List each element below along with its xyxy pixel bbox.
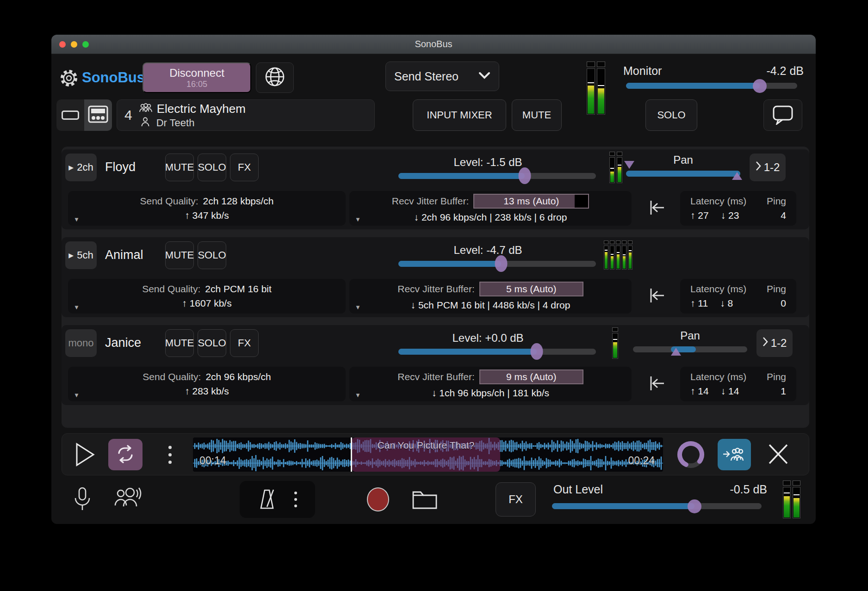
waveform[interactable]: Can You Picture That? 00:14 00:24: [193, 437, 663, 472]
fx-button[interactable]: FX: [230, 154, 259, 181]
jitter-buffer-meter[interactable]: 9 ms (Auto): [479, 369, 583, 384]
peer-row-floyd: ▶ 2ch Floyd MUTE SOLO FX Level: -1.5 dB: [62, 149, 809, 229]
mute-button[interactable]: MUTE: [165, 241, 194, 269]
level-slider-knob[interactable]: [530, 343, 543, 360]
connect-globe-button[interactable]: [256, 62, 294, 93]
send-mode-select[interactable]: Send Stereo: [385, 62, 499, 91]
route-label: 1-2: [771, 337, 787, 350]
jitter-buffer-box[interactable]: Recv Jitter Buffer: 13 ms (Auto) ↓ 2ch 9…: [349, 191, 632, 226]
out-level-slider[interactable]: [552, 503, 762, 509]
people-group-icon: [112, 505, 142, 512]
grid-view-button[interactable]: [84, 99, 112, 131]
solo-button[interactable]: SOLO: [198, 154, 226, 181]
minimize-window-button[interactable]: [71, 41, 77, 48]
pan-right-marker[interactable]: [732, 172, 742, 180]
disconnect-label: Disconnect: [169, 67, 224, 80]
group-icon: [139, 102, 153, 115]
metronome-menu-button[interactable]: [291, 491, 300, 508]
mute-self-button[interactable]: [71, 486, 94, 513]
reset-jitter-button[interactable]: [643, 373, 670, 395]
disconnect-button[interactable]: Disconnect 16:05: [143, 62, 251, 93]
reset-jitter-button[interactable]: [643, 197, 670, 219]
pan-slider[interactable]: [633, 346, 747, 352]
pan-label: Pan: [633, 329, 747, 342]
send-quality-box[interactable]: Send Quality: 2ch 96 kbps/ch ↑ 283 kb/s …: [68, 367, 346, 401]
solo-button[interactable]: SOLO: [198, 329, 226, 357]
single-row-view-button[interactable]: [56, 99, 84, 131]
chevron-right-icon: [763, 337, 768, 350]
file-gain-knob[interactable]: [676, 440, 705, 471]
expand-caret-icon[interactable]: ▼: [74, 216, 80, 223]
latency-down: ↓ 8: [720, 298, 733, 309]
destination-route-button[interactable]: 1-2: [756, 329, 793, 357]
jitter-buffer-meter[interactable]: 13 ms (Auto): [473, 194, 589, 209]
pan-slider[interactable]: [626, 171, 740, 177]
mute-button[interactable]: MUTE: [165, 154, 194, 181]
level-slider[interactable]: [398, 349, 596, 355]
output-meters: [783, 480, 800, 518]
expand-caret-icon[interactable]: ▼: [355, 304, 361, 311]
level-slider-knob[interactable]: [495, 255, 508, 272]
input-mixer-button[interactable]: INPUT MIXER: [413, 99, 506, 131]
send-file-to-group-button[interactable]: [718, 439, 751, 470]
play-button[interactable]: [72, 442, 95, 467]
out-level-slider-knob[interactable]: [688, 499, 701, 513]
level-slider[interactable]: [398, 173, 596, 179]
group-info[interactable]: 4 Electric Mayhem: [117, 99, 375, 131]
monitor-slider[interactable]: [626, 83, 797, 89]
settings-gear-icon[interactable]: [59, 68, 79, 90]
close-player-button[interactable]: [766, 442, 790, 467]
playback-position-time: 00:14: [199, 455, 226, 467]
latency-up: ↑ 27: [690, 210, 709, 221]
ping-value: 0: [781, 298, 786, 309]
level-control: Level: -4.7 dB: [398, 244, 596, 267]
level-slider-knob[interactable]: [519, 167, 531, 184]
channel-badge[interactable]: ▶ 5ch: [65, 241, 97, 269]
loop-button[interactable]: [108, 439, 143, 470]
jitter-buffer-value: 9 ms (Auto): [480, 370, 583, 383]
bottom-toolbar: FX Out Level -0.5 dB: [62, 479, 809, 520]
skip-to-start-icon: [645, 300, 667, 307]
loop-selection-region[interactable]: Can You Picture That?: [352, 437, 500, 472]
solo-button[interactable]: SOLO: [198, 241, 226, 269]
zoom-window-button[interactable]: [82, 41, 89, 48]
jitter-buffer-box[interactable]: Recv Jitter Buffer: 5 ms (Auto) ↓ 5ch PC…: [349, 279, 632, 314]
output-fx-button[interactable]: FX: [496, 482, 536, 517]
send-quality-box[interactable]: Send Quality: 2ch 128 kbps/ch ↑ 347 kb/s…: [68, 191, 346, 226]
header: SonoBus Disconnect 16:05 Send Stereo: [51, 54, 816, 147]
mute-button[interactable]: MUTE: [165, 329, 194, 357]
reset-jitter-button[interactable]: [643, 285, 670, 307]
jitter-buffer-meter[interactable]: 5 ms (Auto): [479, 282, 583, 296]
skip-to-start-icon: [645, 212, 667, 219]
expand-caret-icon[interactable]: ▼: [355, 216, 361, 223]
playhead[interactable]: [351, 437, 352, 472]
main-mute-button[interactable]: MUTE: [512, 99, 562, 131]
send-quality-box[interactable]: Send Quality: 2ch PCM 16 bit ↑ 1607 kb/s…: [68, 279, 346, 314]
level-slider[interactable]: [398, 261, 596, 267]
open-file-button[interactable]: [409, 488, 441, 511]
close-window-button[interactable]: [59, 41, 66, 48]
fx-button[interactable]: FX: [230, 329, 259, 357]
peer-row-janice: mono Janice MUTE SOLO FX Level: +0.0 dB: [62, 325, 809, 405]
expand-caret-icon[interactable]: ▼: [74, 304, 80, 311]
chat-button[interactable]: [763, 99, 802, 131]
channel-badge[interactable]: mono: [65, 329, 97, 357]
expand-caret-icon[interactable]: ▼: [355, 392, 361, 399]
peer-meters: [604, 240, 632, 270]
send-rate: ↑ 1607 kb/s: [182, 298, 231, 309]
player-menu-button[interactable]: [163, 443, 177, 466]
jitter-buffer-box[interactable]: Recv Jitter Buffer: 9 ms (Auto) ↓ 1ch 96…: [349, 367, 632, 401]
monitor-others-button[interactable]: [110, 486, 145, 513]
channel-count: mono: [68, 337, 93, 349]
peer-row-animal: ▶ 5ch Animal MUTE SOLO Level: -4.7 dB: [62, 237, 809, 317]
metronome-icon: [258, 504, 277, 511]
pan-marker[interactable]: [671, 348, 681, 356]
main-solo-button[interactable]: SOLO: [645, 99, 697, 131]
channel-badge[interactable]: ▶ 2ch: [65, 154, 97, 181]
pan-left-marker[interactable]: [624, 161, 634, 169]
monitor-slider-knob[interactable]: [753, 79, 767, 93]
destination-route-button[interactable]: 1-2: [750, 154, 786, 181]
record-button[interactable]: [367, 487, 389, 511]
metronome-button[interactable]: [255, 488, 279, 511]
expand-caret-icon[interactable]: ▼: [74, 392, 80, 399]
